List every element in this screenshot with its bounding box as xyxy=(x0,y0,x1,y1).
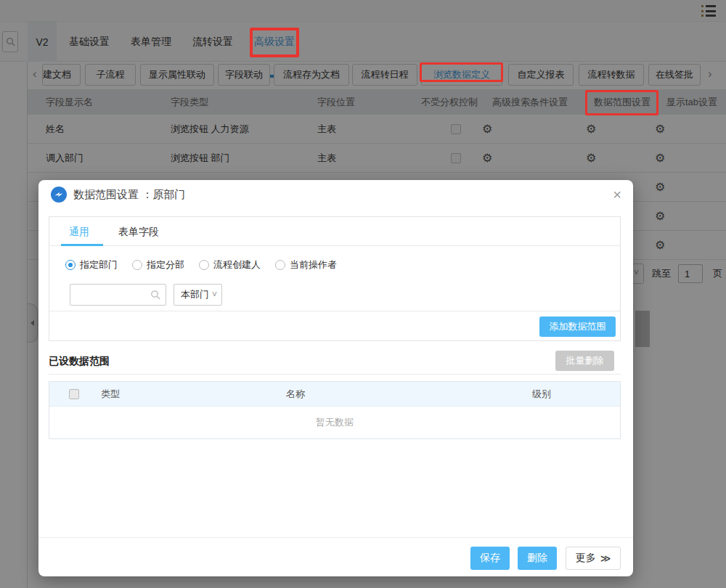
radio-checked-icon xyxy=(65,260,76,270)
radio-icon xyxy=(199,260,209,270)
radio-label: 当前操作者 xyxy=(290,258,337,271)
footer-divider xyxy=(38,537,633,538)
save-button[interactable]: 保存 xyxy=(470,547,510,570)
select-value: 本部门 xyxy=(181,289,209,300)
radio-label: 指定分部 xyxy=(147,258,184,271)
empty-state-text: 暂无数据 xyxy=(49,407,620,438)
delete-button[interactable]: 删除 xyxy=(518,547,557,570)
chevron-down-icon: ˅ xyxy=(212,285,217,305)
radio-flow-creator[interactable]: 流程创建人 xyxy=(199,258,261,271)
range-type-radio-group: 指定部门 指定分部 流程创建人 当前操作者 xyxy=(65,256,337,274)
col-type: 类型 xyxy=(101,382,120,407)
tab-general[interactable]: 通用 xyxy=(69,217,89,246)
batch-delete-button[interactable]: 批量删除 xyxy=(555,351,614,371)
dialog-title: 数据范围设置 ：原部门 xyxy=(73,180,185,209)
double-chevron-right-icon: ≫ xyxy=(600,552,611,564)
panel-divider xyxy=(49,311,620,311)
data-range-dialog: 数据范围设置 ：原部门 × 通用 表单字段 指定部门 指定分部 流程创建 xyxy=(38,180,633,576)
set-range-title: 已设数据范围 xyxy=(49,350,110,372)
col-level: 级别 xyxy=(532,382,551,407)
annotation-box-advanced-settings xyxy=(250,28,299,57)
department-scope-select[interactable]: 本部门 ˅ xyxy=(174,284,222,306)
radio-icon xyxy=(132,260,142,270)
app-root: V2 基础设置 表单管理 流转设置 高级设置 ‹ 建文档 子流程 显示属性联动 … xyxy=(0,0,726,588)
section-divider xyxy=(49,374,621,375)
range-config-panel: 通用 表单字段 指定部门 指定分部 流程创建人 xyxy=(49,216,621,341)
tab-form-fields[interactable]: 表单字段 xyxy=(118,217,159,246)
select-all-checkbox[interactable] xyxy=(69,389,79,399)
radio-specified-department[interactable]: 指定部门 xyxy=(65,258,118,271)
radio-label: 流程创建人 xyxy=(213,258,261,271)
more-label: 更多 xyxy=(576,552,596,565)
dialog-active-tab-underline xyxy=(61,244,103,246)
radio-specified-branch[interactable]: 指定分部 xyxy=(132,258,184,271)
annotation-box-data-range-column xyxy=(585,90,658,115)
radio-current-operator[interactable]: 当前操作者 xyxy=(275,258,337,271)
close-icon[interactable]: × xyxy=(613,184,621,205)
workflow-logo-icon xyxy=(51,187,67,205)
radio-icon xyxy=(275,260,285,270)
set-range-table-header: 类型 名称 级别 xyxy=(49,382,620,407)
more-button[interactable]: 更多 ≫ xyxy=(566,547,621,570)
dialog-tab-bar: 通用 表单字段 xyxy=(49,217,620,246)
set-range-table: 类型 名称 级别 暂无数据 xyxy=(49,381,621,439)
annotation-box-browse-data-definition xyxy=(420,62,503,82)
magnifier-icon xyxy=(150,290,160,300)
department-search-input[interactable] xyxy=(70,284,166,306)
radio-label: 指定部门 xyxy=(80,258,118,271)
add-data-range-button[interactable]: 添加数据范围 xyxy=(539,317,616,337)
col-name: 名称 xyxy=(286,382,305,407)
